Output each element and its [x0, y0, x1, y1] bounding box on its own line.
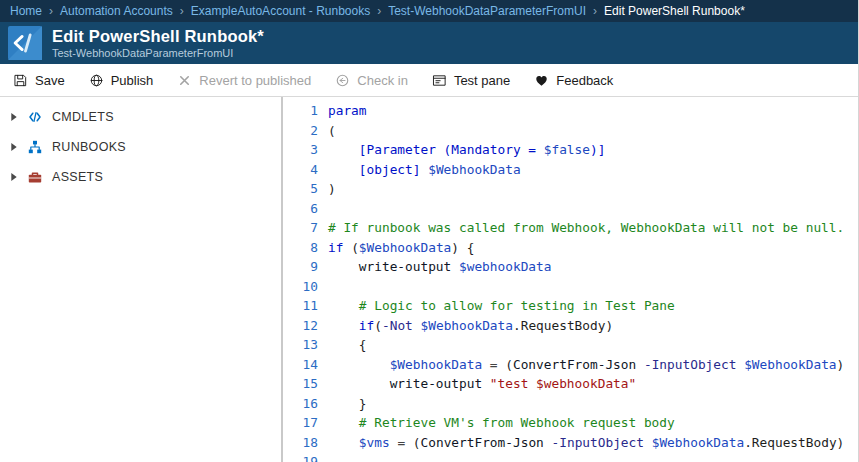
code-line[interactable]: 9 write-output $webhookData: [283, 257, 858, 277]
code-token: $false: [544, 142, 590, 157]
breadcrumb-item[interactable]: Automation Accounts: [60, 4, 173, 18]
code-token: ): [837, 357, 845, 372]
code-line[interactable]: 10: [283, 277, 858, 297]
sidebar-item-cmdlets[interactable]: CMDLETS: [0, 102, 281, 132]
code-token: [328, 435, 359, 450]
code-token: -Not: [382, 318, 413, 333]
save-button[interactable]: Save: [13, 73, 65, 88]
assets-icon: [27, 169, 43, 185]
line-number: 14: [283, 355, 318, 375]
code-token: [328, 162, 359, 177]
page-title: Edit PowerShell Runbook*: [52, 27, 264, 45]
code-text: if ($WebhookData) {: [328, 238, 474, 258]
test-pane-icon: [432, 73, 447, 88]
code-editor[interactable]: 1param2(3 [Parameter (Mandatory = $false…: [283, 97, 858, 462]
code-token: [636, 357, 644, 372]
code-line[interactable]: 8if ($WebhookData) {: [283, 238, 858, 258]
feedback-icon: [534, 73, 549, 88]
code-token: write-output: [390, 376, 482, 391]
code-token: .RequestBody): [513, 318, 613, 333]
code-token: [328, 318, 359, 333]
code-line[interactable]: 3 [Parameter (Mandatory = $false)]: [283, 140, 858, 160]
line-number: 1: [283, 101, 318, 121]
blade-header: Edit PowerShell Runbook* Test-WebhookDat…: [0, 22, 858, 64]
line-number: 17: [283, 413, 318, 433]
code-line[interactable]: 11 # Logic to allow for testing in Test …: [283, 296, 858, 316]
code-text: (: [328, 121, 336, 141]
code-token: ) {: [451, 240, 474, 255]
line-number: 11: [283, 296, 318, 316]
code-line[interactable]: 17 # Retrieve VM's from Webhook request …: [283, 413, 858, 433]
line-number: 3: [283, 140, 318, 160]
toolbar-button-label: Publish: [111, 73, 154, 88]
code-line[interactable]: 19: [283, 452, 858, 462]
code-token: ): [328, 181, 336, 196]
code-token: [328, 415, 359, 430]
code-text: $vms = (ConvertFrom-Json -InputObject $W…: [328, 433, 844, 453]
publish-button[interactable]: Publish: [89, 73, 154, 88]
code-line[interactable]: 5): [283, 179, 858, 199]
code-line[interactable]: 14 $WebhookData = (ConvertFrom-Json -Inp…: [283, 355, 858, 375]
toolbar-button-label: Test pane: [454, 73, 510, 88]
runbook-editor-logo-icon: [8, 26, 42, 60]
test-pane-button[interactable]: Test pane: [432, 73, 510, 88]
code-line[interactable]: 7# If runbook was called from Webhook, W…: [283, 218, 858, 238]
code-text: # Retrieve VM's from Webhook request bod…: [328, 413, 675, 433]
line-number: 6: [283, 199, 318, 219]
code-token: [Parameter (Mandatory =: [328, 142, 544, 157]
line-number: 5: [283, 179, 318, 199]
library-sidebar: CMDLETSRUNBOOKSASSETS: [0, 97, 281, 462]
code-token: $WebhookData: [652, 435, 744, 450]
code-token: $WebhookData: [390, 357, 482, 372]
code-line[interactable]: 2(: [283, 121, 858, 141]
code-text: {: [328, 335, 367, 355]
sidebar-item-assets[interactable]: ASSETS: [0, 162, 281, 192]
code-text: # Logic to allow for testing in Test Pan…: [328, 296, 675, 316]
code-token: [328, 357, 390, 372]
runbooks-icon: [27, 139, 43, 155]
code-line[interactable]: 16 }: [283, 394, 858, 414]
line-number: 10: [283, 277, 318, 297]
code-line[interactable]: 18 $vms = (ConvertFrom-Json -InputObject…: [283, 433, 858, 453]
cmdlets-icon: [27, 109, 43, 125]
code-token: =: [397, 435, 405, 450]
code-token: =: [490, 357, 498, 372]
code-token: # If runbook was called from Webhook, We…: [328, 220, 844, 235]
code-token: [644, 435, 652, 450]
sidebar-item-runbooks[interactable]: RUNBOOKS: [0, 132, 281, 162]
code-line[interactable]: 13 {: [283, 335, 858, 355]
code-line[interactable]: 4 [object] $WebhookData: [283, 160, 858, 180]
code-text: write-output "test $webhookData": [328, 374, 636, 394]
code-token: )]: [590, 142, 605, 157]
checkin-icon: [335, 73, 350, 88]
code-token: $webhookData: [459, 259, 551, 274]
breadcrumb-item[interactable]: Test-WebhookDataParameterFromUI: [388, 4, 586, 18]
code-line[interactable]: 12 if(-Not $WebhookData.RequestBody): [283, 316, 858, 336]
toolbar-button-label: Check in: [357, 73, 408, 88]
code-token: ConvertFrom-Json: [421, 435, 544, 450]
code-token: $WebhookData: [421, 318, 513, 333]
feedback-button[interactable]: Feedback: [534, 73, 613, 88]
command-bar: SavePublishRevert to publishedCheck inTe…: [0, 64, 858, 97]
sidebar-item-label: CMDLETS: [52, 110, 114, 124]
breadcrumb-item[interactable]: Home: [10, 4, 42, 18]
code-token: {: [328, 337, 367, 352]
code-line[interactable]: 1param: [283, 101, 858, 121]
page-subtitle: Test-WebhookDataParameterFromUI: [52, 47, 264, 59]
breadcrumb-item[interactable]: ExampleAutoAccount - Runbooks: [191, 4, 370, 18]
code-line[interactable]: 15 write-output "test $webhookData": [283, 374, 858, 394]
code-text: param: [328, 101, 367, 121]
code-token: -InputObject: [552, 435, 644, 450]
code-token: $WebhookData: [744, 357, 836, 372]
line-number: 4: [283, 160, 318, 180]
line-number: 2: [283, 121, 318, 141]
chevron-right-icon: [10, 142, 18, 152]
code-token: write-output: [359, 259, 451, 274]
code-token: (: [498, 357, 513, 372]
code-token: [482, 357, 490, 372]
header-text: Edit PowerShell Runbook* Test-WebhookDat…: [52, 27, 264, 59]
breadcrumb-item: Edit PowerShell Runbook*: [604, 4, 745, 18]
code-token: [object]: [359, 162, 421, 177]
code-line[interactable]: 6: [283, 199, 858, 219]
code-text: ): [328, 179, 336, 199]
